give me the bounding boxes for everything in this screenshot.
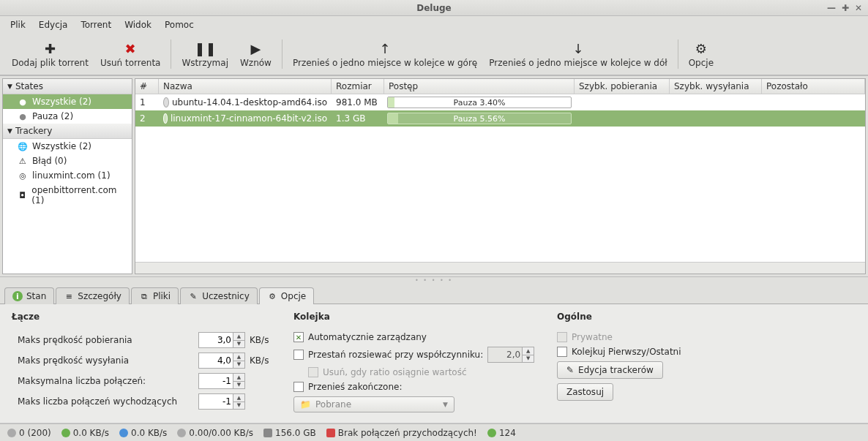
max-dl-input[interactable] — [202, 335, 231, 345]
tab-options[interactable]: ⚙Opcje — [259, 287, 314, 304]
sidebar-header-trackers[interactable]: ▼ Trackery — [3, 124, 132, 139]
apply-label: Zastosuj — [566, 387, 604, 397]
toolbar-prefs-button[interactable]: ⚙Opcje — [683, 37, 719, 72]
max-conn-input[interactable] — [202, 376, 231, 386]
sidebar-item-all-trackers[interactable]: 🌐Wszystkie (2) — [3, 139, 132, 154]
spin-down-icon[interactable]: ▼ — [233, 341, 244, 348]
table-row[interactable]: 2linuxmint-17-cinnamon-64bit-v2.iso1.3 G… — [135, 110, 865, 127]
move-completed-label: Przenieś zakończone: — [308, 382, 402, 392]
remove-ratio-checkbox — [308, 367, 318, 377]
toolbar-remove-button[interactable]: ✖Usuń torrenta — [94, 37, 167, 72]
max-dl-spin[interactable]: ▲▼ — [198, 332, 245, 348]
sidebar-item-linuxmint[interactable]: ◎linuxmint.com (1) — [3, 168, 132, 183]
max-conn-spin[interactable]: ▲▼ — [198, 373, 245, 389]
tab-status[interactable]: iStan — [4, 287, 54, 304]
queue-down-icon: ↓ — [572, 40, 583, 56]
menubar: PlikEdycjaTorrentWidokPomoc — [0, 16, 868, 34]
spin-down-icon: ▼ — [522, 355, 534, 363]
sidebar-item-error[interactable]: ⚠Błąd (0) — [3, 154, 132, 168]
col-num[interactable]: # — [135, 79, 159, 94]
stop-ratio-label: Przestań rozsiewać przy współczynniku: — [308, 350, 483, 360]
cell-eta — [762, 117, 865, 120]
toolbar-queue-up-label: Przenieś o jedno miejsce w kolejce w gór… — [293, 58, 477, 68]
menu-edycja[interactable]: Edycja — [33, 18, 74, 32]
column-headers: # Nazwa Rozmiar Postęp Szybk. pobierania… — [135, 79, 865, 94]
status-dl-speed[interactable]: 0.0 KB/s — [61, 428, 109, 438]
error-icon: ⚠ — [18, 156, 28, 166]
dht-icon — [487, 429, 496, 437]
private-checkbox — [557, 332, 567, 342]
col-ul-speed[interactable]: Szybk. wysyłania — [670, 79, 762, 94]
col-name[interactable]: Nazwa — [159, 79, 332, 94]
close-button[interactable]: ✕ — [855, 3, 862, 13]
max-ul-input[interactable] — [202, 355, 231, 366]
col-progress[interactable]: Postęp — [384, 79, 575, 94]
tab-details[interactable]: ≡Szczegóły — [56, 287, 130, 304]
maximize-button[interactable]: ✚ — [842, 3, 849, 13]
col-eta[interactable]: Pozostało — [762, 79, 865, 94]
cell-name: ubuntu-14.04.1-desktop-amd64.iso — [159, 96, 332, 109]
cell-dl — [575, 101, 670, 104]
max-ul-spin[interactable]: ▲▼ — [198, 353, 245, 369]
status-disk[interactable]: 156.0 GB — [263, 428, 316, 438]
titlebar: Deluge — ✚ ✕ — [0, 0, 868, 16]
queue-header: Kolejka — [293, 312, 535, 322]
toolbar-pause-label: Wstrzymaj — [182, 58, 228, 68]
max-out-spin[interactable]: ▲▼ — [198, 393, 245, 410]
first-last-label: Kolejkuj Pierwszy/Ostatni — [572, 347, 681, 357]
sidebar-header-states[interactable]: ▼ States — [3, 79, 132, 94]
status-ul-speed[interactable]: 0.0 KB/s — [119, 428, 167, 438]
spin-down-icon[interactable]: ▼ — [233, 402, 244, 410]
spin-up-icon[interactable]: ▲ — [233, 374, 244, 382]
tab-label: Pliki — [153, 291, 171, 301]
sidebar-item-label: linuxmint.com (1) — [32, 170, 111, 181]
tab-peers[interactable]: ✎Uczestnicy — [180, 287, 258, 304]
status-inbound[interactable]: Brak połączeń przychodzących! — [326, 428, 477, 438]
torrent-rows[interactable]: 1ubuntu-14.04.1-desktop-amd64.iso981.0 M… — [135, 94, 865, 262]
spin-up-icon[interactable]: ▲ — [233, 333, 244, 341]
table-row[interactable]: 1ubuntu-14.04.1-desktop-amd64.iso981.0 M… — [135, 94, 865, 110]
menu-plik[interactable]: Plik — [4, 18, 31, 32]
sidebar-item-openbt[interactable]: ◘openbittorrent.com (1) — [3, 183, 132, 208]
add-icon: ✚ — [45, 40, 56, 56]
col-dl-speed[interactable]: Szybk. pobierania — [575, 79, 670, 94]
toolbar-resume-button[interactable]: ▶Wznów — [234, 37, 277, 72]
max-out-input[interactable] — [202, 396, 231, 407]
tab-label: Opcje — [281, 291, 306, 301]
toolbar-queue-up-button[interactable]: ↑Przenieś o jedno miejsce w kolejce w gó… — [287, 37, 483, 72]
horizontal-scrollbar[interactable] — [135, 262, 865, 274]
spin-up-icon[interactable]: ▲ — [233, 353, 244, 361]
edit-trackers-button[interactable]: ✎ Edycja trackerów — [557, 361, 663, 379]
spin-up-icon[interactable]: ▲ — [233, 394, 244, 402]
toolbar-add-button[interactable]: ✚Dodaj plik torrent — [6, 37, 94, 72]
status-protocol[interactable]: 0.00/0.00 KB/s — [177, 428, 253, 438]
toolbar-queue-down-button[interactable]: ↓Przenieś o jedno miejsce w kolejce w dó… — [483, 37, 673, 72]
menu-torrent[interactable]: Torrent — [75, 18, 117, 32]
spin-up-icon: ▲ — [522, 347, 534, 355]
sidebar-item-paused[interactable]: ●Pauza (2) — [3, 109, 132, 124]
splitter-handle[interactable]: • • • • • — [0, 277, 868, 284]
toolbar-resume-label: Wznów — [240, 58, 272, 68]
disk-icon — [263, 429, 272, 437]
move-completed-combo: 📁 Pobrane ▼ — [293, 396, 454, 412]
tab-label: Stan — [26, 291, 46, 301]
stop-ratio-checkbox[interactable] — [293, 350, 304, 360]
apply-button[interactable]: Zastosuj — [557, 383, 613, 401]
tab-files[interactable]: ⧉Pliki — [131, 287, 179, 304]
max-dl-label: Maks prędkość pobierania — [12, 335, 194, 345]
toolbar-pause-button[interactable]: ❚❚Wstrzymaj — [176, 37, 234, 72]
status-dht[interactable]: 124 — [487, 428, 516, 438]
spin-down-icon[interactable]: ▼ — [233, 382, 244, 389]
minimize-button[interactable]: — — [827, 3, 836, 13]
sidebar-header-trackers-label: Trackery — [15, 126, 52, 136]
first-last-checkbox[interactable] — [557, 347, 567, 357]
col-size[interactable]: Rozmiar — [332, 79, 384, 94]
toolbar-queue-down-label: Przenieś o jedno miejsce w kolejce w dół — [489, 58, 667, 68]
auto-managed-checkbox[interactable]: ✕ — [293, 332, 304, 342]
menu-widok[interactable]: Widok — [119, 18, 157, 32]
move-completed-checkbox[interactable] — [293, 382, 304, 392]
spin-down-icon[interactable]: ▼ — [233, 361, 244, 369]
menu-pomoc[interactable]: Pomoc — [159, 18, 200, 32]
status-connections[interactable]: 0 (200) — [7, 428, 51, 438]
sidebar-item-all[interactable]: ●Wszystkie (2) — [3, 94, 132, 109]
